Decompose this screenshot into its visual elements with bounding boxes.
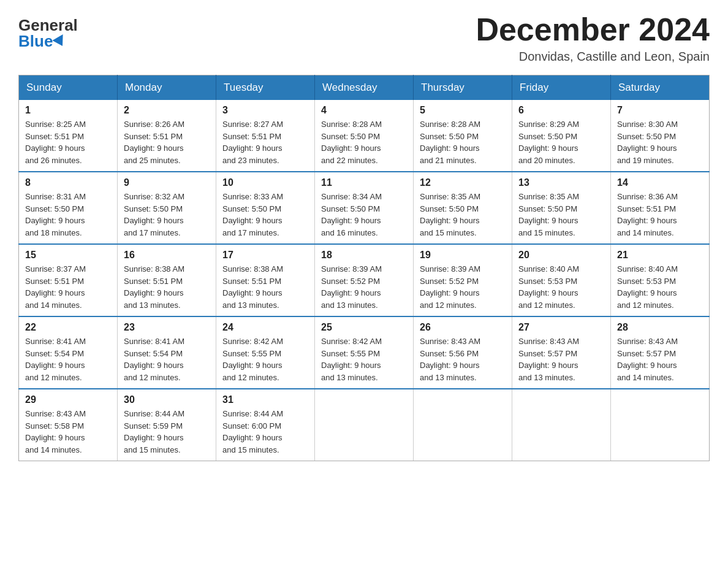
day-number: 19 <box>420 250 506 261</box>
calendar-day-cell: 25Sunrise: 8:42 AMSunset: 5:55 PMDayligh… <box>315 316 414 389</box>
calendar-day-cell: 8Sunrise: 8:31 AMSunset: 5:50 PMDaylight… <box>19 172 118 244</box>
day-number: 4 <box>321 105 407 116</box>
day-info: Sunrise: 8:44 AMSunset: 6:00 PMDaylight:… <box>222 408 308 456</box>
day-number: 7 <box>617 105 703 116</box>
day-number: 1 <box>25 105 111 116</box>
day-of-week-header: Wednesday <box>315 75 414 101</box>
calendar-day-cell: 31Sunrise: 8:44 AMSunset: 6:00 PMDayligh… <box>216 389 315 461</box>
day-number: 13 <box>518 177 604 188</box>
day-info: Sunrise: 8:43 AMSunset: 5:57 PMDaylight:… <box>518 335 604 383</box>
calendar-day-cell: 17Sunrise: 8:38 AMSunset: 5:51 PMDayligh… <box>216 244 315 316</box>
logo-general-text: General <box>18 17 78 33</box>
day-number: 11 <box>321 177 407 188</box>
day-number: 20 <box>518 250 604 261</box>
day-number: 25 <box>321 322 407 333</box>
day-info: Sunrise: 8:27 AMSunset: 5:51 PMDaylight:… <box>222 118 308 166</box>
day-info: Sunrise: 8:40 AMSunset: 5:53 PMDaylight:… <box>518 263 604 311</box>
title-block: December 2024 Donvidas, Castille and Leo… <box>476 12 710 64</box>
day-info: Sunrise: 8:39 AMSunset: 5:52 PMDaylight:… <box>321 263 407 311</box>
day-of-week-header: Monday <box>118 75 216 101</box>
day-info: Sunrise: 8:42 AMSunset: 5:55 PMDaylight:… <box>222 335 308 383</box>
day-info: Sunrise: 8:33 AMSunset: 5:50 PMDaylight:… <box>222 191 308 239</box>
calendar-week-row: 29Sunrise: 8:43 AMSunset: 5:58 PMDayligh… <box>19 389 710 461</box>
day-info: Sunrise: 8:35 AMSunset: 5:50 PMDaylight:… <box>518 191 604 239</box>
day-number: 5 <box>420 105 506 116</box>
calendar-day-cell: 23Sunrise: 8:41 AMSunset: 5:54 PMDayligh… <box>118 316 216 389</box>
calendar-week-row: 1Sunrise: 8:25 AMSunset: 5:51 PMDaylight… <box>19 100 710 172</box>
days-of-week-row: SundayMondayTuesdayWednesdayThursdayFrid… <box>19 75 710 101</box>
calendar-day-cell: 2Sunrise: 8:26 AMSunset: 5:51 PMDaylight… <box>118 100 216 172</box>
day-info: Sunrise: 8:39 AMSunset: 5:52 PMDaylight:… <box>420 263 506 311</box>
day-number: 28 <box>617 322 703 333</box>
calendar-day-cell <box>315 389 414 461</box>
day-info: Sunrise: 8:34 AMSunset: 5:50 PMDaylight:… <box>321 191 407 239</box>
day-number: 9 <box>124 177 210 188</box>
day-info: Sunrise: 8:26 AMSunset: 5:51 PMDaylight:… <box>124 118 210 166</box>
calendar-day-cell: 11Sunrise: 8:34 AMSunset: 5:50 PMDayligh… <box>315 172 414 244</box>
calendar-day-cell: 30Sunrise: 8:44 AMSunset: 5:59 PMDayligh… <box>118 389 216 461</box>
day-of-week-header: Tuesday <box>216 75 315 101</box>
logo-blue-text: Blue <box>18 33 66 49</box>
day-info: Sunrise: 8:38 AMSunset: 5:51 PMDaylight:… <box>222 263 308 311</box>
day-number: 30 <box>124 394 210 405</box>
calendar-day-cell: 28Sunrise: 8:43 AMSunset: 5:57 PMDayligh… <box>611 316 710 389</box>
day-info: Sunrise: 8:31 AMSunset: 5:50 PMDaylight:… <box>25 191 111 239</box>
logo-triangle-icon <box>53 34 68 49</box>
day-number: 17 <box>222 250 308 261</box>
calendar-day-cell: 20Sunrise: 8:40 AMSunset: 5:53 PMDayligh… <box>512 244 611 316</box>
day-info: Sunrise: 8:43 AMSunset: 5:58 PMDaylight:… <box>25 408 111 456</box>
day-number: 31 <box>222 394 308 405</box>
day-info: Sunrise: 8:40 AMSunset: 5:53 PMDaylight:… <box>617 263 703 311</box>
calendar-day-cell: 3Sunrise: 8:27 AMSunset: 5:51 PMDaylight… <box>216 100 315 172</box>
calendar-day-cell: 6Sunrise: 8:29 AMSunset: 5:50 PMDaylight… <box>512 100 611 172</box>
day-of-week-header: Friday <box>512 75 611 101</box>
calendar-day-cell: 16Sunrise: 8:38 AMSunset: 5:51 PMDayligh… <box>118 244 216 316</box>
calendar-day-cell: 4Sunrise: 8:28 AMSunset: 5:50 PMDaylight… <box>315 100 414 172</box>
calendar-day-cell <box>414 389 512 461</box>
calendar-day-cell: 29Sunrise: 8:43 AMSunset: 5:58 PMDayligh… <box>19 389 118 461</box>
day-number: 8 <box>25 177 111 188</box>
page-header: General Blue December 2024 Donvidas, Cas… <box>18 12 710 64</box>
calendar-week-row: 22Sunrise: 8:41 AMSunset: 5:54 PMDayligh… <box>19 316 710 389</box>
day-info: Sunrise: 8:36 AMSunset: 5:51 PMDaylight:… <box>617 191 703 239</box>
day-number: 2 <box>124 105 210 116</box>
day-number: 24 <box>222 322 308 333</box>
calendar-day-cell: 9Sunrise: 8:32 AMSunset: 5:50 PMDaylight… <box>118 172 216 244</box>
calendar-day-cell: 24Sunrise: 8:42 AMSunset: 5:55 PMDayligh… <box>216 316 315 389</box>
day-number: 6 <box>518 105 604 116</box>
calendar-subtitle: Donvidas, Castille and Leon, Spain <box>476 50 710 64</box>
day-info: Sunrise: 8:38 AMSunset: 5:51 PMDaylight:… <box>124 263 210 311</box>
day-number: 27 <box>518 322 604 333</box>
day-number: 21 <box>617 250 703 261</box>
calendar-day-cell: 18Sunrise: 8:39 AMSunset: 5:52 PMDayligh… <box>315 244 414 316</box>
calendar-day-cell: 14Sunrise: 8:36 AMSunset: 5:51 PMDayligh… <box>611 172 710 244</box>
day-info: Sunrise: 8:30 AMSunset: 5:50 PMDaylight:… <box>617 118 703 166</box>
day-info: Sunrise: 8:28 AMSunset: 5:50 PMDaylight:… <box>321 118 407 166</box>
day-info: Sunrise: 8:43 AMSunset: 5:56 PMDaylight:… <box>420 335 506 383</box>
calendar-week-row: 15Sunrise: 8:37 AMSunset: 5:51 PMDayligh… <box>19 244 710 316</box>
calendar-day-cell: 22Sunrise: 8:41 AMSunset: 5:54 PMDayligh… <box>19 316 118 389</box>
calendar-day-cell: 10Sunrise: 8:33 AMSunset: 5:50 PMDayligh… <box>216 172 315 244</box>
day-number: 23 <box>124 322 210 333</box>
calendar-day-cell: 19Sunrise: 8:39 AMSunset: 5:52 PMDayligh… <box>414 244 512 316</box>
day-info: Sunrise: 8:37 AMSunset: 5:51 PMDaylight:… <box>25 263 111 311</box>
calendar-day-cell: 1Sunrise: 8:25 AMSunset: 5:51 PMDaylight… <box>19 100 118 172</box>
day-number: 18 <box>321 250 407 261</box>
calendar-day-cell: 15Sunrise: 8:37 AMSunset: 5:51 PMDayligh… <box>19 244 118 316</box>
day-number: 26 <box>420 322 506 333</box>
calendar-title: December 2024 <box>476 12 710 47</box>
calendar-day-cell: 13Sunrise: 8:35 AMSunset: 5:50 PMDayligh… <box>512 172 611 244</box>
calendar-day-cell: 21Sunrise: 8:40 AMSunset: 5:53 PMDayligh… <box>611 244 710 316</box>
day-info: Sunrise: 8:28 AMSunset: 5:50 PMDaylight:… <box>420 118 506 166</box>
calendar-day-cell: 27Sunrise: 8:43 AMSunset: 5:57 PMDayligh… <box>512 316 611 389</box>
day-info: Sunrise: 8:41 AMSunset: 5:54 PMDaylight:… <box>25 335 111 383</box>
day-info: Sunrise: 8:41 AMSunset: 5:54 PMDaylight:… <box>124 335 210 383</box>
day-info: Sunrise: 8:29 AMSunset: 5:50 PMDaylight:… <box>518 118 604 166</box>
calendar-day-cell <box>512 389 611 461</box>
calendar-day-cell: 12Sunrise: 8:35 AMSunset: 5:50 PMDayligh… <box>414 172 512 244</box>
day-info: Sunrise: 8:25 AMSunset: 5:51 PMDaylight:… <box>25 118 111 166</box>
day-number: 29 <box>25 394 111 405</box>
day-info: Sunrise: 8:42 AMSunset: 5:55 PMDaylight:… <box>321 335 407 383</box>
logo: General Blue <box>18 17 78 49</box>
day-number: 12 <box>420 177 506 188</box>
